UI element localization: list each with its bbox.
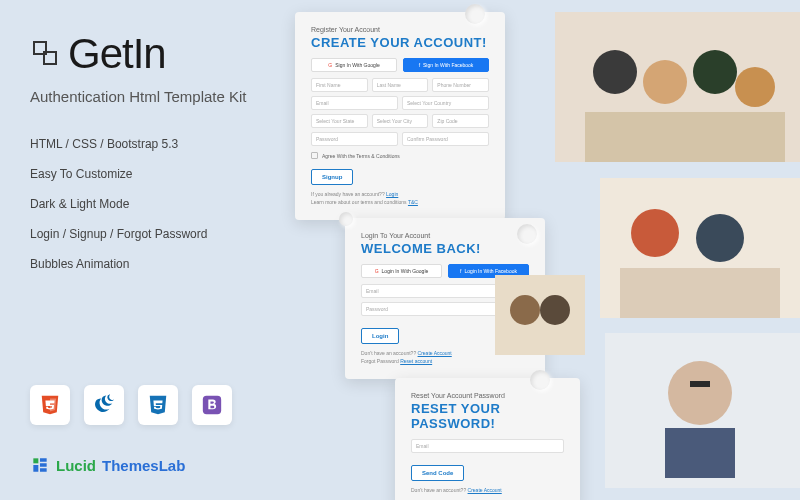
login-pretitle: Login To Your Account [361, 232, 529, 239]
brand-left: Lucid [56, 457, 96, 474]
jquery-badge [84, 385, 124, 425]
svg-point-11 [696, 214, 744, 262]
svg-rect-19 [690, 381, 710, 387]
brand-right: ThemesLab [102, 457, 185, 474]
zip-field[interactable]: Zip Code [432, 114, 489, 128]
hero-photo-2 [600, 178, 800, 318]
feature-item: Dark & Light Mode [30, 197, 270, 211]
subtitle: Authentication Html Template Kit [30, 86, 270, 107]
google-login-button[interactable]: GLogin In With Google [361, 264, 442, 278]
svg-point-5 [643, 60, 687, 104]
country-select[interactable]: Select Your Country [402, 96, 489, 110]
svg-point-6 [693, 50, 737, 94]
reset-card: Reset Your Account Password RESET YOUR P… [395, 378, 580, 500]
svg-point-14 [510, 295, 540, 325]
phone-field[interactable]: Phone Number [432, 78, 489, 92]
last-name-field[interactable]: Last Name [372, 78, 429, 92]
login-button[interactable]: Login [361, 328, 399, 344]
reset-email-field[interactable]: Email [411, 439, 564, 453]
svg-rect-13 [495, 275, 585, 355]
terms-checkbox[interactable] [311, 152, 318, 159]
reset-pretitle: Reset Your Account Password [411, 392, 564, 399]
login-link[interactable]: Login [386, 191, 398, 197]
html5-badge [30, 385, 70, 425]
logo-icon [30, 38, 62, 70]
google-signin-button[interactable]: GSign In With Google [311, 58, 397, 72]
login-title: WELCOME BACK! [361, 241, 529, 256]
feature-list: HTML / CSS / Bootstrap 5.3 Easy To Custo… [30, 137, 270, 271]
hero-photo-3 [495, 275, 585, 355]
svg-point-17 [668, 361, 732, 425]
svg-rect-18 [665, 428, 735, 478]
bootstrap-badge [192, 385, 232, 425]
svg-rect-8 [585, 112, 785, 162]
svg-rect-12 [620, 268, 780, 318]
tech-badges [30, 385, 232, 425]
create-account-link[interactable]: Create Account [418, 350, 452, 356]
terms-label: Agree With the Terms & Conditions [322, 153, 400, 159]
brand-icon [30, 455, 50, 475]
hero-photo-4 [605, 333, 800, 488]
signup-title: CREATE YOUR ACCOUNT! [311, 35, 489, 50]
feature-item: Bubbles Animation [30, 257, 270, 271]
reset-create-link[interactable]: Create Account [468, 487, 502, 493]
email-field[interactable]: Email [311, 96, 398, 110]
confirm-password-field[interactable]: Confirm Password [402, 132, 489, 146]
reset-link[interactable]: Reset account [400, 358, 432, 364]
css3-badge [138, 385, 178, 425]
send-code-button[interactable]: Send Code [411, 465, 464, 481]
password-field[interactable]: Password [311, 132, 398, 146]
logo: GetIn [30, 30, 270, 78]
state-select[interactable]: Select Your State [311, 114, 368, 128]
facebook-signin-button[interactable]: fSign In With Facebook [403, 58, 489, 72]
feature-item: HTML / CSS / Bootstrap 5.3 [30, 137, 270, 151]
brand-name: GetIn [68, 30, 166, 78]
signup-button[interactable]: Signup [311, 169, 353, 185]
tc-link[interactable]: T&C [408, 199, 418, 205]
footer-brand: Lucid ThemesLab [30, 455, 185, 475]
svg-point-10 [631, 209, 679, 257]
signup-card: Register Your Account CREATE YOUR ACCOUN… [295, 12, 505, 220]
svg-point-4 [593, 50, 637, 94]
city-select[interactable]: Select Your City [372, 114, 429, 128]
first-name-field[interactable]: First Name [311, 78, 368, 92]
signup-pretitle: Register Your Account [311, 26, 489, 33]
signup-footer: If you already have an account?? Login L… [311, 191, 489, 206]
reset-title: RESET YOUR PASSWORD! [411, 401, 564, 431]
svg-point-7 [735, 67, 775, 107]
svg-point-15 [540, 295, 570, 325]
reset-footer: Don't have an account?? Create Account [411, 487, 564, 495]
hero-photo-1 [555, 12, 800, 162]
feature-item: Easy To Customize [30, 167, 270, 181]
feature-item: Login / Signup / Forgot Password [30, 227, 270, 241]
